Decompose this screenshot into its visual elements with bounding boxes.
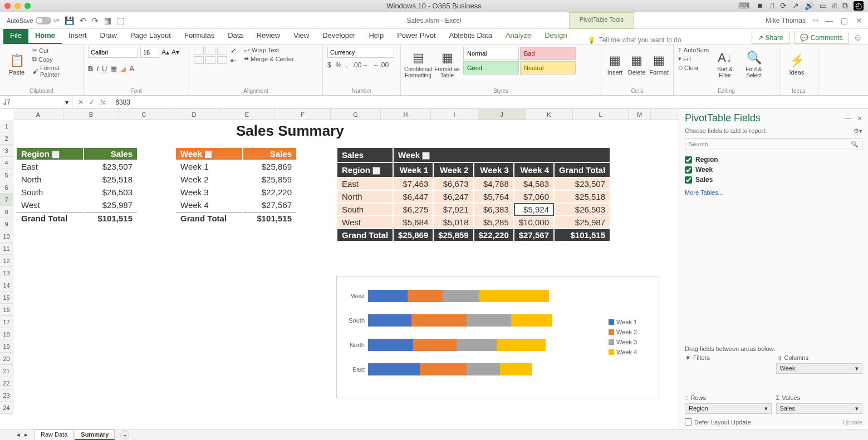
row-header-23[interactable]: 23 xyxy=(0,389,13,402)
ribbon-tab-formulas[interactable]: Formulas xyxy=(178,28,221,44)
sheet-nav-prev[interactable]: ◂ xyxy=(17,431,20,438)
table-row[interactable]: Week 4 xyxy=(176,199,242,211)
ribbon-tab-file[interactable]: File xyxy=(3,28,28,44)
columns-area[interactable]: ⫼Columns Week▾ xyxy=(776,354,863,389)
autosum-button[interactable]: Σ AutoSum xyxy=(678,47,709,53)
col-header-A[interactable]: A xyxy=(13,109,63,120)
rows-area[interactable]: ≡Rows Region▾ xyxy=(685,394,772,414)
ribbon-tab-page-layout[interactable]: Page Layout xyxy=(124,28,178,44)
smiley-icon[interactable]: ☺ xyxy=(854,33,862,43)
pane-close-icon[interactable]: ✕ xyxy=(857,115,862,122)
row-header-5[interactable]: 5 xyxy=(0,169,13,181)
week-filter-dropdown[interactable] xyxy=(204,151,212,159)
cell-style-normal[interactable]: Normal xyxy=(463,47,519,60)
border-button[interactable]: ▦ xyxy=(110,65,117,73)
row-header-24[interactable]: 24 xyxy=(0,402,13,414)
increase-font-icon[interactable]: A▴ xyxy=(161,48,169,56)
tell-me-search[interactable]: 💡 Tell me what you want to do xyxy=(587,36,681,44)
sheet-nav-next[interactable]: ▸ xyxy=(24,431,28,438)
table-row[interactable]: West xyxy=(17,199,83,211)
italic-button[interactable]: I xyxy=(96,65,99,73)
table-row[interactable]: Week 1 xyxy=(176,161,242,172)
col-header-C[interactable]: C xyxy=(119,109,169,120)
row-header-2[interactable]: 2 xyxy=(0,132,13,145)
font-size-select[interactable] xyxy=(140,47,159,58)
align-right[interactable] xyxy=(217,56,227,64)
orientation-button[interactable]: ⤢ xyxy=(231,47,236,55)
window-maximize[interactable]: ▢ xyxy=(841,16,848,25)
legend-week-2[interactable]: Week 2 xyxy=(609,329,653,335)
field-check-week[interactable] xyxy=(685,166,692,174)
col-header-B[interactable]: B xyxy=(63,109,119,120)
ideas-button[interactable]: ⚡Ideas xyxy=(784,47,810,82)
cancel-formula-icon[interactable]: ✕ xyxy=(78,98,84,106)
legend-week-4[interactable]: Week 4 xyxy=(609,349,653,355)
pivot-week-table[interactable]: WeekSales Week 1$25,869Week 2$25,859Week… xyxy=(175,147,297,225)
row-header-18[interactable]: 18 xyxy=(0,328,13,340)
more-tables-link[interactable]: More Tables... xyxy=(685,189,862,196)
row-header-8[interactable]: 8 xyxy=(0,206,13,218)
field-check-sales[interactable] xyxy=(685,176,692,184)
legend-week-3[interactable]: Week 3 xyxy=(609,339,653,345)
user-name[interactable]: Mike Thomas xyxy=(766,17,806,24)
increase-decimal[interactable]: .00→ xyxy=(352,61,369,69)
name-box[interactable]: J7▾ xyxy=(0,96,72,108)
share-button[interactable]: ↗Share xyxy=(752,32,789,44)
col-header-E[interactable]: E xyxy=(219,109,275,120)
delete-cells-button[interactable]: ▦Delete xyxy=(627,47,646,82)
user-avatar-icon[interactable]: ▭ xyxy=(812,17,818,24)
font-name-select[interactable] xyxy=(88,47,138,58)
row-header-7[interactable]: 7 xyxy=(0,194,13,206)
table-row[interactable]: Week 3 xyxy=(176,186,242,198)
comma-button[interactable]: , xyxy=(346,61,347,69)
ribbon-tab-help[interactable]: Help xyxy=(362,28,390,44)
col-header-M[interactable]: M xyxy=(629,109,651,120)
enter-formula-icon[interactable]: ✓ xyxy=(89,98,95,106)
align-middle[interactable] xyxy=(205,47,215,55)
field-search-input[interactable]: Search🔍 xyxy=(685,138,862,150)
row-header-12[interactable]: 12 xyxy=(0,255,13,267)
ribbon-tab-power-pivot[interactable]: Power Pivot xyxy=(390,28,442,44)
row-header-14[interactable]: 14 xyxy=(0,279,13,291)
region-filter-dropdown[interactable] xyxy=(52,151,60,159)
conditional-formatting-button[interactable]: ▤Conditional Formatting xyxy=(405,47,431,82)
align-top[interactable] xyxy=(194,47,204,55)
cell-style-bad[interactable]: Bad xyxy=(520,47,576,60)
underline-button[interactable]: U xyxy=(102,65,107,73)
row-header-11[interactable]: 11 xyxy=(0,243,13,255)
col-header-K[interactable]: K xyxy=(526,109,573,120)
filters-area[interactable]: ▼Filters xyxy=(685,354,772,389)
field-check-region[interactable] xyxy=(685,156,692,164)
values-area[interactable]: ΣValues Sales▾ xyxy=(776,394,863,414)
ribbon-tab-ablebits-data[interactable]: Ablebits Data xyxy=(443,28,499,44)
table-row[interactable]: East xyxy=(17,161,83,172)
row-header-19[interactable]: 19 xyxy=(0,340,13,353)
fill-color-button[interactable]: ◢ xyxy=(120,65,126,73)
row-header-6[interactable]: 6 xyxy=(0,181,13,194)
rows-field-region[interactable]: Region▾ xyxy=(685,403,772,414)
row-header-17[interactable]: 17 xyxy=(0,316,13,328)
col-header-I[interactable]: I xyxy=(431,109,478,120)
formula-input[interactable]: 6383 xyxy=(111,98,868,106)
format-painter-button[interactable]: 🖌 Format Painter xyxy=(32,65,79,78)
align-center[interactable] xyxy=(205,56,215,64)
field-region[interactable]: Region xyxy=(685,155,862,165)
bold-button[interactable]: B xyxy=(88,65,93,73)
new-sheet-button[interactable]: + xyxy=(120,431,129,439)
col-header-L[interactable]: L xyxy=(573,109,629,120)
col-header-G[interactable]: G xyxy=(331,109,381,120)
pivot-region-table[interactable]: RegionSales East$23,507North$25,518South… xyxy=(16,147,138,225)
values-field-sales[interactable]: Sales▾ xyxy=(776,403,863,414)
row-header-15[interactable]: 15 xyxy=(0,291,13,304)
sort-filter-button[interactable]: A↓Sort & Filter xyxy=(712,47,738,82)
col-header-J[interactable]: J xyxy=(478,109,526,120)
insert-cells-button[interactable]: ▦Insert xyxy=(606,47,624,82)
ribbon-tab-analyze[interactable]: Analyze xyxy=(499,28,538,44)
update-button[interactable]: Update xyxy=(843,419,862,426)
row-header-9[interactable]: 9 xyxy=(0,218,13,230)
ribbon-tab-developer[interactable]: Developer xyxy=(316,28,362,44)
ribbon-tab-insert[interactable]: Insert xyxy=(62,28,94,44)
wrap-text-button[interactable]: ⮐ Wrap Text xyxy=(244,47,294,53)
field-sales[interactable]: Sales xyxy=(685,175,862,185)
ribbon-tab-draw[interactable]: Draw xyxy=(94,28,124,44)
